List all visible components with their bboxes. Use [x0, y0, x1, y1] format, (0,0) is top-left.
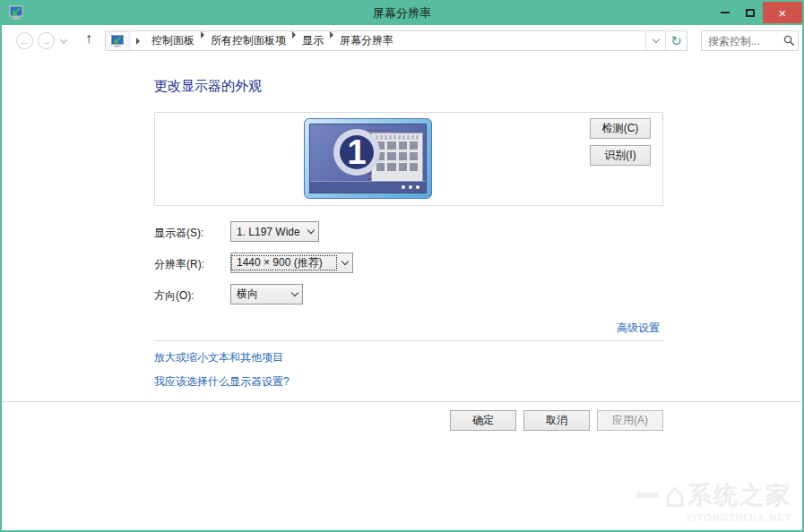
page-title: 更改显示器的外观: [154, 78, 262, 95]
resize-text-link[interactable]: 放大或缩小文本和其他项目: [154, 350, 283, 365]
window-title: 屏幕分辨率: [2, 5, 802, 21]
minimize-icon: [721, 12, 730, 13]
resolution-select-value: 1440 × 900 (推荐): [231, 255, 337, 270]
monitor-number-badge: 1: [333, 129, 380, 176]
orientation-label: 方向(O):: [154, 288, 195, 304]
apply-button[interactable]: 应用(A): [597, 410, 663, 431]
monitor-screen: 1: [309, 124, 427, 193]
address-spacer: [399, 31, 645, 50]
breadcrumb-separator-icon: [136, 38, 140, 45]
detect-button[interactable]: 检测(C): [590, 118, 651, 139]
search-input[interactable]: [702, 35, 780, 47]
search-icon[interactable]: [780, 35, 798, 47]
ok-button[interactable]: 确定: [450, 410, 516, 431]
display-select-value: 1. L197 Wide: [231, 226, 304, 238]
history-chevron-icon[interactable]: [60, 37, 67, 44]
display-select[interactable]: 1. L197 Wide: [230, 221, 319, 242]
house-icon: ⌂: [664, 482, 686, 509]
address-bar[interactable]: 控制面板 所有控制面板项 显示 屏幕分辨率 ↻: [105, 30, 687, 51]
display-label: 显示器(S):: [154, 226, 203, 241]
address-location-icon: [106, 31, 130, 50]
chevron-down-icon: [304, 230, 318, 233]
address-dropdown-button[interactable]: [645, 31, 665, 50]
monitor-dots-icon: [402, 185, 419, 189]
resolution-select[interactable]: 1440 × 900 (推荐): [230, 253, 353, 273]
maximize-button[interactable]: [738, 2, 763, 23]
breadcrumb-item-all-items[interactable]: 所有控制面板项: [205, 31, 291, 50]
watermark-title: 系统之家: [687, 479, 791, 511]
navigation-bar: ← → ↑ 控制面板 所有控制面板项 显示 屏幕分辨率: [2, 25, 802, 57]
breadcrumb-separator-icon: [292, 31, 296, 39]
breadcrumb-item-display[interactable]: 显示: [297, 31, 329, 50]
identify-button[interactable]: 识别(I): [590, 145, 651, 166]
footer-divider: [2, 401, 802, 402]
breadcrumb-item-screen-resolution[interactable]: 屏幕分辨率: [334, 31, 399, 50]
breadcrumb-separator-icon: [201, 31, 204, 39]
breadcrumb-item-control-panel-label[interactable]: 控制面板: [146, 31, 200, 50]
minimize-button[interactable]: [713, 2, 738, 23]
section-divider: [154, 340, 663, 341]
cancel-button[interactable]: 取消: [523, 410, 590, 431]
orientation-select-value: 横向: [231, 287, 287, 302]
advanced-settings-link[interactable]: 高级设置: [617, 321, 660, 336]
orientation-select[interactable]: 横向: [230, 284, 303, 305]
up-button[interactable]: ↑: [85, 30, 92, 47]
monitor-taskbar: [310, 181, 426, 193]
watermark-dash: [635, 493, 659, 498]
title-bar: 屏幕分辨率 ×: [2, 2, 802, 25]
which-settings-link[interactable]: 我应该选择什么显示器设置?: [154, 374, 290, 390]
chevron-down-icon: [287, 293, 302, 296]
forward-button[interactable]: →: [38, 32, 55, 49]
screen-resolution-window: 屏幕分辨率 × ← → ↑ 控制面板 所有控制面板项: [0, 0, 804, 532]
refresh-button[interactable]: ↻: [665, 31, 687, 50]
back-button[interactable]: ←: [16, 32, 33, 49]
chevron-down-icon: [337, 262, 352, 264]
maximize-icon: [746, 9, 755, 17]
breadcrumb-separator-icon: [330, 31, 333, 39]
search-box[interactable]: [701, 30, 799, 51]
monitor-preview[interactable]: 1: [304, 118, 432, 199]
watermark-subtitle: XITONGZHIJIA.NET: [635, 512, 791, 523]
watermark: ⌂ 系统之家 XITONGZHIJIA.NET: [635, 479, 791, 523]
chevron-down-icon: [652, 36, 659, 43]
breadcrumb-item-control-panel[interactable]: [130, 31, 146, 50]
resolution-label: 分辨率(R):: [154, 257, 204, 272]
monitor-preview-panel: 1 检测(C) 识别(I): [154, 112, 663, 206]
close-button[interactable]: ×: [763, 2, 802, 23]
